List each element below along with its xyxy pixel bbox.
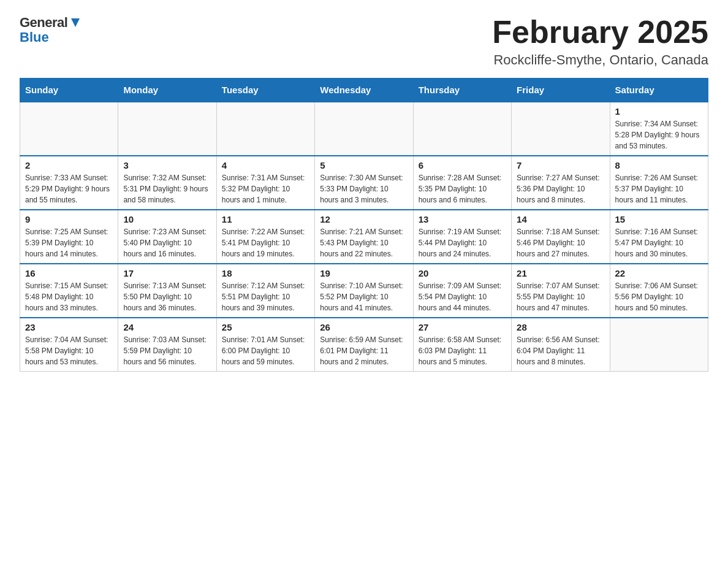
day-info: Sunrise: 7:19 AM Sunset: 5:44 PM Dayligh… <box>419 226 506 259</box>
day-info: Sunrise: 7:22 AM Sunset: 5:41 PM Dayligh… <box>222 226 309 259</box>
calendar-table: SundayMondayTuesdayWednesdayThursdayFrid… <box>20 78 708 372</box>
day-info: Sunrise: 7:27 AM Sunset: 5:36 PM Dayligh… <box>517 172 604 205</box>
day-info: Sunrise: 7:33 AM Sunset: 5:29 PM Dayligh… <box>25 172 113 205</box>
day-info: Sunrise: 7:03 AM Sunset: 5:59 PM Dayligh… <box>123 334 211 367</box>
day-number: 27 <box>419 322 506 332</box>
calendar-cell: 24Sunrise: 7:03 AM Sunset: 5:59 PM Dayli… <box>118 318 216 372</box>
calendar-cell: 17Sunrise: 7:13 AM Sunset: 5:50 PM Dayli… <box>118 264 216 318</box>
calendar-cell <box>20 102 118 156</box>
calendar-cell: 7Sunrise: 7:27 AM Sunset: 5:36 PM Daylig… <box>512 156 610 210</box>
day-info: Sunrise: 7:07 AM Sunset: 5:55 PM Dayligh… <box>517 280 604 313</box>
month-title: February 2025 <box>492 15 708 50</box>
calendar-cell: 18Sunrise: 7:12 AM Sunset: 5:51 PM Dayli… <box>216 264 314 318</box>
calendar-cell: 5Sunrise: 7:30 AM Sunset: 5:33 PM Daylig… <box>315 156 413 210</box>
day-number: 24 <box>123 322 211 332</box>
weekday-header-sunday: Sunday <box>20 79 118 102</box>
calendar-cell: 12Sunrise: 7:21 AM Sunset: 5:43 PM Dayli… <box>315 210 413 264</box>
day-number: 9 <box>25 214 113 224</box>
calendar-body: 1Sunrise: 7:34 AM Sunset: 5:28 PM Daylig… <box>20 102 708 372</box>
calendar-cell: 28Sunrise: 6:56 AM Sunset: 6:04 PM Dayli… <box>512 318 610 372</box>
calendar-cell: 2Sunrise: 7:33 AM Sunset: 5:29 PM Daylig… <box>20 156 118 210</box>
day-number: 22 <box>615 268 703 278</box>
weekday-header-friday: Friday <box>512 79 610 102</box>
weekday-header-monday: Monday <box>118 79 216 102</box>
calendar-cell <box>118 102 216 156</box>
day-info: Sunrise: 7:01 AM Sunset: 6:00 PM Dayligh… <box>222 334 309 367</box>
day-info: Sunrise: 6:56 AM Sunset: 6:04 PM Dayligh… <box>517 334 604 367</box>
day-number: 25 <box>222 322 309 332</box>
calendar-week-row: 16Sunrise: 7:15 AM Sunset: 5:48 PM Dayli… <box>20 264 708 318</box>
calendar-cell: 10Sunrise: 7:23 AM Sunset: 5:40 PM Dayli… <box>118 210 216 264</box>
weekday-header-wednesday: Wednesday <box>315 79 413 102</box>
calendar-cell: 16Sunrise: 7:15 AM Sunset: 5:48 PM Dayli… <box>20 264 118 318</box>
day-number: 4 <box>222 160 309 170</box>
day-info: Sunrise: 6:59 AM Sunset: 6:01 PM Dayligh… <box>320 334 408 367</box>
calendar-cell: 11Sunrise: 7:22 AM Sunset: 5:41 PM Dayli… <box>216 210 314 264</box>
day-info: Sunrise: 7:09 AM Sunset: 5:54 PM Dayligh… <box>419 280 506 313</box>
calendar-cell: 4Sunrise: 7:31 AM Sunset: 5:32 PM Daylig… <box>216 156 314 210</box>
day-number: 26 <box>320 322 408 332</box>
calendar-cell <box>315 102 413 156</box>
day-info: Sunrise: 7:31 AM Sunset: 5:32 PM Dayligh… <box>222 172 309 205</box>
day-info: Sunrise: 7:21 AM Sunset: 5:43 PM Dayligh… <box>320 226 408 259</box>
day-number: 18 <box>222 268 309 278</box>
day-info: Sunrise: 7:04 AM Sunset: 5:58 PM Dayligh… <box>25 334 113 367</box>
day-number: 21 <box>517 268 604 278</box>
calendar-cell <box>413 102 511 156</box>
calendar-cell <box>216 102 314 156</box>
logo-general-text: General <box>20 15 67 31</box>
day-number: 28 <box>517 322 604 332</box>
day-info: Sunrise: 7:12 AM Sunset: 5:51 PM Dayligh… <box>222 280 309 313</box>
day-number: 16 <box>25 268 113 278</box>
day-number: 6 <box>419 160 506 170</box>
day-number: 11 <box>222 214 309 224</box>
weekday-header-tuesday: Tuesday <box>216 79 314 102</box>
day-info: Sunrise: 6:58 AM Sunset: 6:03 PM Dayligh… <box>419 334 506 367</box>
page-header: General Blue February 2025 Rockcliffe-Sm… <box>20 15 708 68</box>
calendar-cell: 3Sunrise: 7:32 AM Sunset: 5:31 PM Daylig… <box>118 156 216 210</box>
calendar-cell: 13Sunrise: 7:19 AM Sunset: 5:44 PM Dayli… <box>413 210 511 264</box>
day-info: Sunrise: 7:23 AM Sunset: 5:40 PM Dayligh… <box>123 226 211 259</box>
calendar-cell: 9Sunrise: 7:25 AM Sunset: 5:39 PM Daylig… <box>20 210 118 264</box>
calendar-cell: 6Sunrise: 7:28 AM Sunset: 5:35 PM Daylig… <box>413 156 511 210</box>
calendar-cell: 27Sunrise: 6:58 AM Sunset: 6:03 PM Dayli… <box>413 318 511 372</box>
day-info: Sunrise: 7:13 AM Sunset: 5:50 PM Dayligh… <box>123 280 211 313</box>
calendar-cell: 25Sunrise: 7:01 AM Sunset: 6:00 PM Dayli… <box>216 318 314 372</box>
calendar-cell: 20Sunrise: 7:09 AM Sunset: 5:54 PM Dayli… <box>413 264 511 318</box>
day-number: 12 <box>320 214 408 224</box>
day-info: Sunrise: 7:26 AM Sunset: 5:37 PM Dayligh… <box>615 172 703 205</box>
day-info: Sunrise: 7:15 AM Sunset: 5:48 PM Dayligh… <box>25 280 113 313</box>
day-number: 2 <box>25 160 113 170</box>
logo: General Blue <box>20 15 82 45</box>
calendar-cell: 21Sunrise: 7:07 AM Sunset: 5:55 PM Dayli… <box>512 264 610 318</box>
calendar-cell <box>512 102 610 156</box>
location-title: Rockcliffe-Smythe, Ontario, Canada <box>492 52 708 68</box>
weekday-header-thursday: Thursday <box>413 79 511 102</box>
calendar-cell: 14Sunrise: 7:18 AM Sunset: 5:46 PM Dayli… <box>512 210 610 264</box>
day-info: Sunrise: 7:30 AM Sunset: 5:33 PM Dayligh… <box>320 172 408 205</box>
day-info: Sunrise: 7:06 AM Sunset: 5:56 PM Dayligh… <box>615 280 703 313</box>
calendar-cell: 26Sunrise: 6:59 AM Sunset: 6:01 PM Dayli… <box>315 318 413 372</box>
weekday-header-saturday: Saturday <box>610 79 708 102</box>
day-number: 14 <box>517 214 604 224</box>
day-number: 17 <box>123 268 211 278</box>
calendar-cell: 15Sunrise: 7:16 AM Sunset: 5:47 PM Dayli… <box>610 210 708 264</box>
day-number: 3 <box>123 160 211 170</box>
day-number: 5 <box>320 160 408 170</box>
day-info: Sunrise: 7:10 AM Sunset: 5:52 PM Dayligh… <box>320 280 408 313</box>
calendar-cell: 22Sunrise: 7:06 AM Sunset: 5:56 PM Dayli… <box>610 264 708 318</box>
day-number: 13 <box>419 214 506 224</box>
weekday-row: SundayMondayTuesdayWednesdayThursdayFrid… <box>20 79 708 102</box>
day-number: 19 <box>320 268 408 278</box>
logo-triangle-icon <box>69 16 82 29</box>
calendar-cell <box>610 318 708 372</box>
day-info: Sunrise: 7:18 AM Sunset: 5:46 PM Dayligh… <box>517 226 604 259</box>
calendar-header: SundayMondayTuesdayWednesdayThursdayFrid… <box>20 79 708 102</box>
day-info: Sunrise: 7:25 AM Sunset: 5:39 PM Dayligh… <box>25 226 113 259</box>
day-info: Sunrise: 7:28 AM Sunset: 5:35 PM Dayligh… <box>419 172 506 205</box>
calendar-cell: 8Sunrise: 7:26 AM Sunset: 5:37 PM Daylig… <box>610 156 708 210</box>
day-number: 7 <box>517 160 604 170</box>
calendar-week-row: 9Sunrise: 7:25 AM Sunset: 5:39 PM Daylig… <box>20 210 708 264</box>
calendar-week-row: 1Sunrise: 7:34 AM Sunset: 5:28 PM Daylig… <box>20 102 708 156</box>
logo-blue-text: Blue <box>20 29 49 45</box>
